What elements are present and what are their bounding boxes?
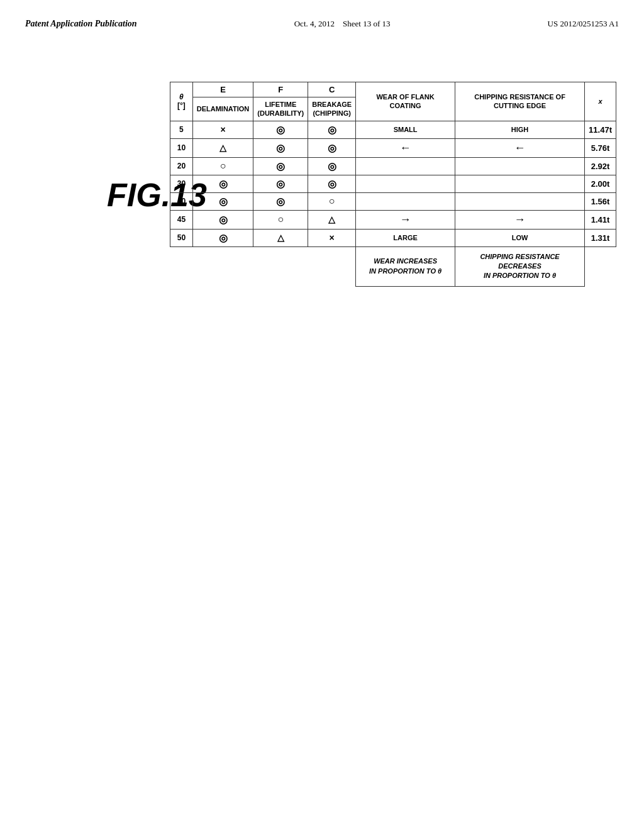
table-row: 50 ◎ △ × LARGE LOW 1.31t	[170, 229, 616, 246]
theta-header: θ [°]	[170, 82, 193, 121]
x-value: 1.41t	[585, 210, 616, 229]
table-row: 20 ○ ◎ ◎ 2.92t	[170, 157, 616, 175]
bottom-notes-row: WEAR INCREASESIN PROPORTION TO θ CHIPPIN…	[170, 246, 616, 286]
breakage-value: △	[308, 210, 356, 229]
col-group-c-header: C	[308, 82, 356, 97]
delamination-value: ◎	[192, 229, 253, 246]
theta-value: 20	[170, 157, 193, 175]
delamination-subheader: DELAMINATION	[192, 97, 253, 121]
wear-flank-value	[356, 157, 455, 175]
wear-flank-value	[356, 175, 455, 192]
col-group-f-header: F	[253, 82, 308, 97]
data-table-container: θ [°] E F C WEAR OF FLANK COATING CHIPPI…	[170, 82, 616, 287]
chipping-res-value: HIGH	[455, 121, 584, 138]
delamination-value: ◎	[192, 210, 253, 229]
chipping-res-value: →	[455, 210, 584, 229]
lifetime-value: △	[253, 229, 308, 246]
chipping-res-value: ←	[455, 138, 584, 157]
theta-value: 30	[170, 175, 193, 192]
x-col-header: x	[585, 82, 616, 121]
theta-value: 45	[170, 210, 193, 229]
wear-flank-value: LARGE	[356, 229, 455, 246]
x-value: 2.00t	[585, 175, 616, 192]
lifetime-value: ◎	[253, 192, 308, 210]
publication-date: Oct. 4, 2012 Sheet 13 of 13	[294, 19, 391, 29]
table-row: 40 ◎ ◎ ○ 1.56t	[170, 192, 616, 210]
wear-note: WEAR INCREASESIN PROPORTION TO θ	[356, 246, 455, 286]
wear-flank-value: →	[356, 210, 455, 229]
table-row: 45 ◎ ○ △ → → 1.41t	[170, 210, 616, 229]
chipping-note: CHIPPING RESISTANCE DECREASESIN PROPORTI…	[455, 246, 584, 286]
delamination-value: △	[192, 138, 253, 157]
x-value: 1.31t	[585, 229, 616, 246]
wear-flank-value: SMALL	[356, 121, 455, 138]
empty-x-note	[585, 246, 616, 286]
breakage-value: ×	[308, 229, 356, 246]
page-header: Patent Application Publication Oct. 4, 2…	[0, 0, 644, 35]
lifetime-subheader: LIFETIME(DURABILITY)	[253, 97, 308, 121]
chipping-resistance-header: CHIPPING RESISTANCE OFCUTTING EDGE	[455, 82, 584, 121]
delamination-value: ○	[192, 157, 253, 175]
chipping-res-value	[455, 192, 584, 210]
delamination-value: ×	[192, 121, 253, 138]
theta-value: 40	[170, 192, 193, 210]
lifetime-value: ◎	[253, 138, 308, 157]
chipping-res-value: LOW	[455, 229, 584, 246]
patent-number: US 2012/0251253 A1	[548, 19, 619, 29]
breakage-value: ○	[308, 192, 356, 210]
x-value: 11.47t	[585, 121, 616, 138]
x-value: 2.92t	[585, 157, 616, 175]
lifetime-value: ◎	[253, 175, 308, 192]
theta-value: 50	[170, 229, 193, 246]
lifetime-value: ◎	[253, 157, 308, 175]
lifetime-value: ◎	[253, 121, 308, 138]
breakage-value: ◎	[308, 175, 356, 192]
table-row: 5 × ◎ ◎ SMALL HIGH 11.47t	[170, 121, 616, 138]
x-value: 1.56t	[585, 192, 616, 210]
x-value: 5.76t	[585, 138, 616, 157]
breakage-value: ◎	[308, 157, 356, 175]
lifetime-value: ○	[253, 210, 308, 229]
breakage-subheader: BREAKAGE(CHIPPING)	[308, 97, 356, 121]
col-group-e-header: E	[192, 82, 253, 97]
wear-flank-value: ←	[356, 138, 455, 157]
wear-flank-value	[356, 192, 455, 210]
results-table: θ [°] E F C WEAR OF FLANK COATING CHIPPI…	[170, 82, 616, 287]
delamination-value: ◎	[192, 175, 253, 192]
chipping-res-value	[455, 175, 584, 192]
publication-label: Patent Application Publication	[25, 19, 137, 29]
breakage-value: ◎	[308, 121, 356, 138]
theta-value: 5	[170, 121, 193, 138]
wear-flank-header: WEAR OF FLANK COATING	[356, 82, 455, 121]
breakage-value: ◎	[308, 138, 356, 157]
table-row: 10 △ ◎ ◎ ← ← 5.76t	[170, 138, 616, 157]
table-row: 30 ◎ ◎ ◎ 2.00t	[170, 175, 616, 192]
chipping-res-value	[455, 157, 584, 175]
delamination-value: ◎	[192, 192, 253, 210]
theta-value: 10	[170, 138, 193, 157]
empty-note	[170, 246, 356, 286]
